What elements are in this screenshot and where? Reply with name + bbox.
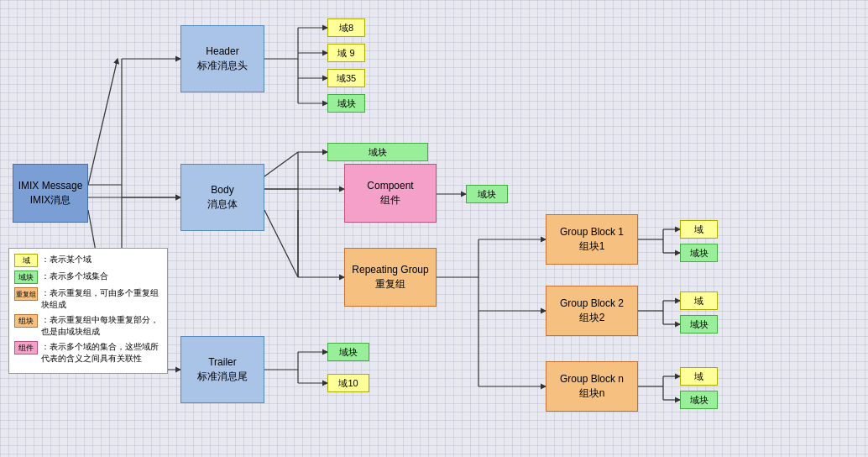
body-box: Body 消息体 [180,164,264,231]
legend-item-fieldblock: 域块 ：表示多个域集合 [14,271,162,284]
trailer-field-2: 域10 [327,374,369,392]
header-box: Header 标准消息头 [180,25,264,92]
legend-item-groupblock: 组块 ：表示重复组中每块重复部分，也是由域块组成 [14,314,162,338]
header-field-3: 域35 [327,69,365,87]
header-field-4: 域块 [327,94,365,113]
header-field-2: 域 9 [327,44,365,62]
legend-desc-repeating: ：表示重复组，可由多个重复组块组成 [41,287,162,311]
groupn-field-2: 域块 [680,391,718,409]
svg-line-17 [264,210,298,277]
repeating-group-box: Repeating Group 重复组 [344,248,437,307]
body-field-1: 域块 [327,143,428,161]
legend-swatch-repeating: 重复组 [14,287,38,301]
group-block-2-box: Group Block 2 组块2 [546,286,638,336]
imix-line1: IMIX Message [18,179,83,193]
legend-swatch-groupblock: 组块 [14,314,38,328]
group1-line2: 组块1 [579,239,605,254]
svg-line-14 [264,152,298,176]
diagram-container: IMIX Message IMIX消息 Header 标准消息头 Body 消息… [0,0,868,457]
group2-field-1: 域 [680,292,718,310]
legend-swatch-fieldblock: 域块 [14,271,38,284]
trailer-field-1: 域块 [327,343,369,361]
component-field-1: 域块 [466,185,508,203]
legend-desc-component: ：表示多个域的集合，这些域所代表的含义之间具有关联性 [41,341,162,365]
arrows-overlay [0,0,868,457]
group1-field-2: 域块 [680,244,718,262]
body-line2: 消息体 [207,197,238,212]
legend-swatch-component: 组件 [14,341,38,355]
legend-item-component: 组件 ：表示多个域的集合，这些域所代表的含义之间具有关联性 [14,341,162,365]
groupn-line1: Group Block n [560,372,624,386]
legend-swatch-field: 域 [14,254,38,267]
repeating-line1: Repeating Group [352,263,428,277]
component-line1: Compoent [367,179,413,193]
header-line2: 标准消息头 [197,59,248,73]
svg-line-0 [88,59,118,185]
imix-box: IMIX Message IMIX消息 [13,164,88,223]
header-line1: Header [206,45,238,59]
legend-item-field: 域 ：表示某个域 [14,254,162,267]
component-box: Compoent 组件 [344,164,437,223]
legend-box: 域 ：表示某个域 域块 ：表示多个域集合 重复组 ：表示重复组，可由多个重复组块… [8,248,168,374]
trailer-line2: 标准消息尾 [197,370,248,384]
group1-line1: Group Block 1 [560,225,624,239]
group-block-n-box: Group Block n 组块n [546,361,638,412]
group2-line1: Group Block 2 [560,297,624,311]
repeating-line2: 重复组 [375,277,405,292]
header-field-1: 域8 [327,18,365,37]
legend-item-repeating: 重复组 ：表示重复组，可由多个重复组块组成 [14,287,162,311]
imix-line2: IMIX消息 [30,193,71,207]
group-block-1-box: Group Block 1 组块1 [546,214,638,265]
group1-field-1: 域 [680,220,718,239]
body-line1: Body [211,183,233,197]
legend-desc-field: ：表示某个域 [41,254,92,265]
legend-desc-groupblock: ：表示重复组中每块重复部分，也是由域块组成 [41,314,162,338]
groupn-line2: 组块n [579,386,605,401]
component-line2: 组件 [380,193,400,207]
trailer-box: Trailer 标准消息尾 [180,336,264,403]
legend-desc-fieldblock: ：表示多个域集合 [41,271,108,282]
group2-line2: 组块2 [579,311,605,325]
group2-field-2: 域块 [680,315,718,334]
trailer-line1: Trailer [208,355,237,370]
groupn-field-1: 域 [680,367,718,386]
